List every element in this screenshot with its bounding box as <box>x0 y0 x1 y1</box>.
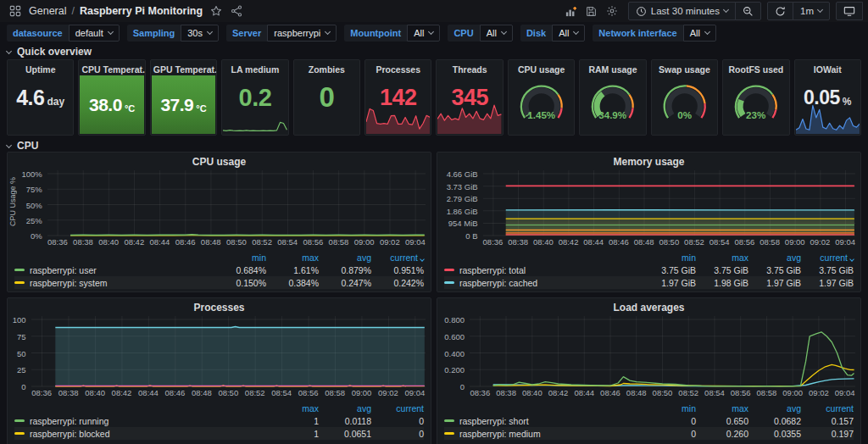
plot-canvas[interactable] <box>31 313 426 387</box>
plot-canvas[interactable] <box>47 167 426 236</box>
breadcrumb-section[interactable]: General <box>29 5 66 17</box>
legend-column-max[interactable]: max <box>266 253 319 263</box>
section-cpu[interactable]: CPU <box>0 138 868 152</box>
refresh-interval-picker[interactable]: 1m <box>793 2 830 20</box>
y-axis-tick-label: 0.200 <box>439 365 465 375</box>
panel-title[interactable]: Processes <box>365 60 431 75</box>
x-axis-tick-label: 08:52 <box>245 388 265 397</box>
variable-value-dropdown[interactable]: default <box>69 25 120 42</box>
variable-value-dropdown[interactable]: 30s <box>181 25 219 42</box>
legend-series-toggle[interactable]: raspberrypi: total <box>444 265 643 275</box>
panel-title[interactable]: Swap usage <box>652 60 717 75</box>
legend-column-avg[interactable]: avg <box>748 403 801 413</box>
y-axis-tick-label: 50 <box>9 348 26 358</box>
variable-value-dropdown[interactable]: All <box>552 25 585 42</box>
legend-series-toggle[interactable]: raspberrypi: running <box>14 416 266 426</box>
section-quick-overview[interactable]: Quick overview <box>0 44 868 58</box>
x-axis-tick-label: 09:00 <box>354 237 375 247</box>
chevron-down-icon <box>723 7 729 13</box>
panel-title[interactable]: CPU usage <box>8 153 431 167</box>
legend-series-name: raspberrypi: system <box>30 278 108 288</box>
gauge: 1.45% <box>509 78 574 130</box>
legend-column-avg[interactable]: avg <box>748 253 801 263</box>
legend-series-toggle[interactable]: raspberrypi: system <box>14 278 214 288</box>
legend-column-min[interactable]: min <box>643 253 696 263</box>
plot-canvas[interactable] <box>483 167 855 236</box>
x-axis-tick-label: 08:46 <box>609 237 629 247</box>
legend-series-toggle[interactable]: raspberrypi: user <box>14 265 214 275</box>
add-panel-icon[interactable] <box>561 2 581 20</box>
series-color-dash <box>14 432 25 435</box>
legend-column-current[interactable]: current <box>801 403 854 413</box>
panel-title[interactable]: CPU usage <box>509 60 574 75</box>
variable-value-dropdown[interactable]: All <box>407 25 440 42</box>
plot-canvas[interactable] <box>470 313 855 387</box>
legend-column-min[interactable]: min <box>214 253 266 263</box>
plot-area: 0 B954 MiB1.86 GiB2.79 GiB3.73 GiB4.66 G… <box>437 167 855 236</box>
legend-clipped-row <box>14 290 424 292</box>
breadcrumb: General / Raspberry Pi Monitoring <box>29 5 203 17</box>
legend-value: 0.242% <box>371 278 424 288</box>
legend-column-avg[interactable]: avg <box>319 403 371 413</box>
panel-title[interactable]: RootFS used <box>723 60 788 75</box>
legend-column-current[interactable]: current <box>801 253 854 263</box>
x-axis-tick-label: 08:54 <box>704 388 725 397</box>
page-title[interactable]: Raspberry Pi Monitoring <box>80 5 203 17</box>
share-icon[interactable] <box>226 2 247 20</box>
legend-column-label: avg <box>787 253 801 263</box>
panel-title[interactable]: Zombies <box>294 60 359 75</box>
x-axis-tick-label: 09:04 <box>405 237 426 247</box>
legend-column-min[interactable]: min <box>643 403 696 413</box>
legend-series-toggle[interactable]: raspberrypi: cached <box>444 278 643 288</box>
y-axis-tick-label: 0.800 <box>439 315 465 325</box>
panel-title[interactable]: Threads <box>437 60 502 75</box>
legend-series-name: raspberrypi: cached <box>459 278 537 288</box>
panel-title[interactable]: IOWait <box>795 60 860 75</box>
panel-title[interactable]: Processes <box>8 298 431 313</box>
legend-column-current[interactable]: current <box>371 403 424 413</box>
save-dashboard-icon[interactable] <box>581 2 602 20</box>
legend-value: 1.97 GiB <box>643 278 696 288</box>
y-axis-tick-label: 50% <box>19 200 42 209</box>
star-icon[interactable] <box>206 2 226 20</box>
x-axis-tick-label: 08:54 <box>277 237 298 247</box>
legend-column-max[interactable]: max <box>696 403 748 413</box>
time-range-picker[interactable]: Last 30 minutes <box>628 2 736 20</box>
apps-grid-icon[interactable] <box>5 2 25 20</box>
stat-value: 38.0°C <box>80 75 143 134</box>
y-axis-tick-label: 4.66 GiB <box>439 169 478 179</box>
top-navigation: General / Raspberry Pi Monitoring Last 3… <box>0 0 868 22</box>
x-axis-tick-label: 08:36 <box>31 388 52 397</box>
variable-value-dropdown[interactable]: All <box>683 25 716 42</box>
panel-title[interactable]: CPU Temperat... <box>79 60 144 75</box>
chevron-down-icon <box>6 47 12 53</box>
legend-series-toggle[interactable]: raspberrypi: short <box>444 416 643 426</box>
variable-value-dropdown[interactable]: All <box>480 25 513 42</box>
legend-series-toggle[interactable]: raspberrypi: blocked <box>14 429 266 439</box>
panel-title[interactable]: Load averages <box>437 298 860 313</box>
legend-column-max[interactable]: max <box>696 253 748 263</box>
variable-chip-datasource: datasourcedefault <box>7 25 120 42</box>
kiosk-tv-button[interactable] <box>836 2 863 20</box>
settings-gear-icon[interactable] <box>602 2 622 20</box>
panel-title[interactable]: Memory usage <box>437 153 860 167</box>
panel-title[interactable]: GPU Temperat... <box>151 60 216 75</box>
gauge-wrap: 34.9% <box>580 74 645 135</box>
x-axis-tick-label: 08:42 <box>124 237 144 247</box>
refresh-button[interactable] <box>767 2 793 20</box>
x-axis-tick-label: 09:02 <box>380 237 400 247</box>
legend-value: 0.0118 <box>319 416 371 426</box>
panel-title[interactable]: LA medium <box>222 60 287 75</box>
legend-series-toggle[interactable]: raspberrypi: medium <box>444 429 643 439</box>
legend-column-max[interactable]: max <box>266 403 319 413</box>
x-axis-tick-label: 08:44 <box>583 237 604 247</box>
zoom-out-button[interactable] <box>735 2 761 20</box>
legend-column-avg[interactable]: avg <box>319 253 371 263</box>
svg-text:23%: 23% <box>746 109 766 120</box>
y-axis-tick-label: 0 <box>9 382 26 391</box>
legend-column-current[interactable]: current <box>371 253 424 263</box>
legend-value: 0 <box>371 429 424 439</box>
variable-value-dropdown[interactable]: raspberrypi <box>267 25 337 42</box>
panel-title[interactable]: RAM usage <box>580 60 645 75</box>
panel-title[interactable]: Uptime <box>8 60 73 75</box>
